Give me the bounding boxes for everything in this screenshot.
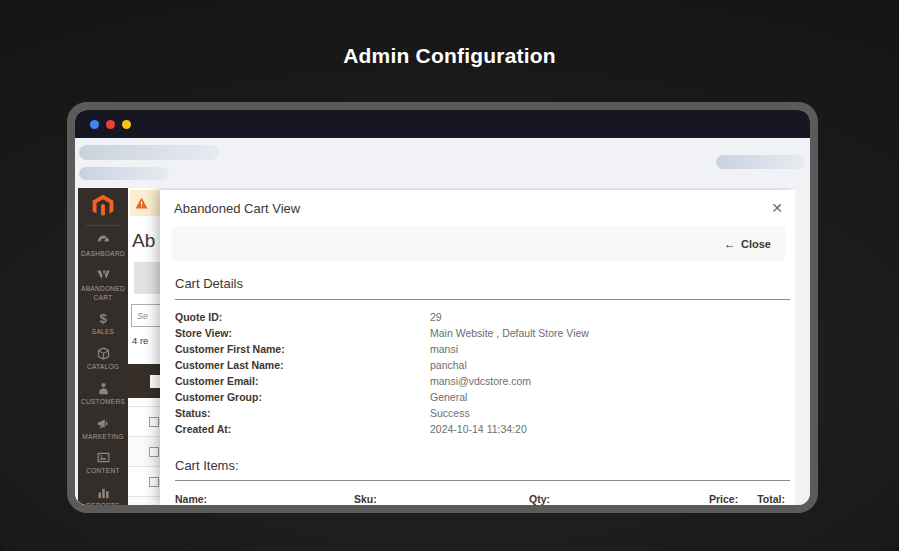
detail-label: Status: <box>175 405 430 421</box>
detail-label: Store View: <box>175 325 430 341</box>
row-checkbox[interactable] <box>149 417 159 427</box>
sidebar-item-label: SALES <box>92 328 114 337</box>
detail-row: Customer Group: General <box>175 389 790 405</box>
column-header-qty: Qty: <box>529 493 709 505</box>
close-icon[interactable]: ✕ <box>771 201 783 215</box>
cart-details-heading: Cart Details <box>175 276 790 291</box>
row-checkbox[interactable] <box>149 447 159 457</box>
abandoned-cart-icon <box>96 268 111 283</box>
detail-label: Quote ID: <box>175 309 430 325</box>
sidebar-item-marketing[interactable]: MARKETING <box>78 416 128 442</box>
divider <box>175 299 790 300</box>
detail-row: Store View: Main Website , Default Store… <box>175 325 790 341</box>
browser-content: DASHBOARD ABANDONED CART $ SALES <box>75 138 810 505</box>
dashboard-icon <box>96 233 111 248</box>
close-button-label: Close <box>741 238 771 250</box>
detail-label: Customer Email: <box>175 373 430 389</box>
modal-body: Cart Details Quote ID: 29 Store View: Ma… <box>160 261 795 505</box>
skeleton-bar <box>716 155 805 169</box>
sidebar-item-catalog[interactable]: CATALOG <box>78 346 128 372</box>
cart-items-heading: Cart Items: <box>175 458 790 473</box>
detail-label: Created At: <box>175 421 430 437</box>
window-dot-red[interactable] <box>106 120 115 129</box>
magento-admin-page: DASHBOARD ABANDONED CART $ SALES <box>78 188 795 505</box>
detail-value: Success <box>430 405 470 421</box>
window-dot-blue[interactable] <box>90 120 99 129</box>
detail-value: panchal <box>430 357 467 373</box>
sidebar-item-label: ABANDONED CART <box>79 285 127 303</box>
sidebar-item-sales[interactable]: $ SALES <box>78 311 128 337</box>
detail-label: Customer Group: <box>175 389 430 405</box>
close-button[interactable]: ← Close <box>724 237 771 251</box>
detail-value: mansi@vdcstore.com <box>430 373 531 389</box>
reports-icon <box>96 485 111 500</box>
window-dot-yellow[interactable] <box>122 120 131 129</box>
detail-row: Customer Last Name: panchal <box>175 357 790 373</box>
back-arrow-icon: ← <box>724 237 736 251</box>
detail-value: Main Website , Default Store View <box>430 325 589 341</box>
detail-value: 29 <box>430 309 442 325</box>
browser-window: DASHBOARD ABANDONED CART $ SALES <box>67 102 818 513</box>
background: Admin Configuration <box>0 0 899 551</box>
sidebar-item-content[interactable]: CONTENT <box>78 450 128 476</box>
content-icon <box>96 450 111 465</box>
skeleton-bar <box>79 167 169 180</box>
sidebar-item-label: DASHBOARD <box>81 250 125 259</box>
detail-label: Customer First Name: <box>175 341 430 357</box>
detail-row: Created At: 2024-10-14 11:34:20 <box>175 421 790 437</box>
sidebar-item-reports[interactable]: REPORTS <box>78 485 128 505</box>
modal-header: Abandoned Cart View ✕ <box>160 190 795 224</box>
column-header-name: Name: <box>175 493 354 505</box>
sales-icon: $ <box>99 311 106 326</box>
magento-logo-icon[interactable] <box>90 193 116 219</box>
abandoned-cart-view-modal: Abandoned Cart View ✕ ← Close Cart Detai… <box>160 190 795 505</box>
detail-row: Quote ID: 29 <box>175 309 790 325</box>
sidebar-item-label: REPORTS <box>86 502 119 505</box>
detail-label: Customer Last Name: <box>175 357 430 373</box>
sidebar-item-label: MARKETING <box>82 433 123 442</box>
cart-items-table-header: Name: Sku: Qty: Price: Total: <box>175 493 790 505</box>
marketing-icon <box>96 416 111 431</box>
divider <box>175 480 790 481</box>
detail-value: 2024-10-14 11:34:20 <box>430 421 527 437</box>
grid-page-title: Ab <box>132 230 155 252</box>
catalog-icon <box>96 346 111 361</box>
modal-title: Abandoned Cart View <box>174 201 300 216</box>
records-found-text: 4 re <box>132 335 148 346</box>
page-title: Admin Configuration <box>0 44 899 68</box>
detail-value: General <box>430 389 467 405</box>
column-header-sku: Sku: <box>354 493 529 505</box>
detail-row: Customer First Name: mansi <box>175 341 790 357</box>
warning-icon <box>135 197 148 209</box>
sidebar-item-customers[interactable]: CUSTOMERS <box>78 381 128 407</box>
skeleton-bar <box>79 145 219 160</box>
sidebar-divider <box>86 225 120 226</box>
column-header-total: Total: <box>753 493 785 505</box>
admin-sidebar: DASHBOARD ABANDONED CART $ SALES <box>78 188 128 505</box>
sidebar-item-label: CATALOG <box>87 363 119 372</box>
row-checkbox[interactable] <box>149 477 159 487</box>
customers-icon <box>96 381 111 396</box>
column-header-price: Price: <box>709 493 753 505</box>
sidebar-item-dashboard[interactable]: DASHBOARD <box>78 233 128 259</box>
modal-toolbar: ← Close <box>172 226 785 261</box>
detail-value: mansi <box>430 341 458 357</box>
detail-row: Status: Success <box>175 405 790 421</box>
sidebar-item-abandoned-cart[interactable]: ABANDONED CART <box>78 268 128 303</box>
detail-row: Customer Email: mansi@vdcstore.com <box>175 373 790 389</box>
sidebar-item-label: CONTENT <box>86 467 120 476</box>
browser-titlebar <box>75 110 810 138</box>
sidebar-item-label: CUSTOMERS <box>81 398 125 407</box>
